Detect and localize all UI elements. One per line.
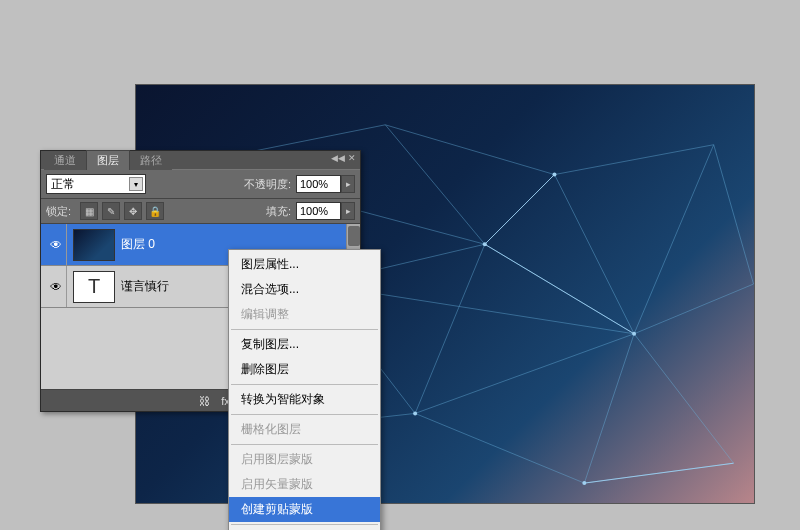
- svg-line-11: [584, 334, 634, 483]
- svg-line-14: [385, 125, 485, 244]
- eye-icon: 👁: [50, 238, 62, 252]
- svg-point-29: [552, 173, 556, 177]
- menu-item[interactable]: 创建剪贴蒙版: [229, 497, 380, 522]
- layer-context-menu: 图层属性...混合选项...编辑调整复制图层...删除图层转换为智能对象栅格化图…: [228, 249, 381, 530]
- chevron-down-icon: ▾: [129, 177, 143, 191]
- opacity-label: 不透明度:: [244, 177, 291, 192]
- menu-separator: [231, 384, 378, 385]
- menu-separator: [231, 414, 378, 415]
- menu-item: 编辑调整: [229, 302, 380, 327]
- tab-channels[interactable]: 通道: [44, 151, 86, 170]
- svg-point-27: [483, 242, 487, 246]
- opacity-flyout-icon[interactable]: ▸: [341, 175, 355, 193]
- link-layers-icon[interactable]: ⛓: [194, 393, 214, 409]
- menu-item: 启用矢量蒙版: [229, 472, 380, 497]
- svg-point-30: [413, 411, 417, 415]
- svg-line-21: [714, 145, 754, 284]
- lock-fill-row: 锁定: ▦ ✎ ✥ 🔒 填充: 100% ▸: [41, 199, 360, 224]
- blend-opacity-row: 正常 ▾ 不透明度: 100% ▸: [41, 169, 360, 199]
- fill-label: 填充:: [266, 204, 291, 219]
- svg-line-1: [385, 125, 554, 175]
- lock-all-icon[interactable]: 🔒: [146, 202, 164, 220]
- menu-separator: [231, 444, 378, 445]
- layer-thumbnail[interactable]: [73, 229, 115, 261]
- svg-line-10: [415, 413, 584, 483]
- tab-layers[interactable]: 图层: [86, 150, 130, 170]
- svg-point-32: [582, 481, 586, 485]
- fill-flyout-icon[interactable]: ▸: [341, 202, 355, 220]
- menu-item: 启用图层蒙版: [229, 447, 380, 472]
- lock-pixels-icon[interactable]: ✎: [102, 202, 120, 220]
- panel-collapse-icon[interactable]: ◀◀ ✕: [331, 153, 356, 163]
- svg-line-26: [584, 463, 733, 483]
- menu-item[interactable]: 图层属性...: [229, 252, 380, 277]
- visibility-toggle[interactable]: 👁: [45, 224, 67, 265]
- menu-item[interactable]: 混合选项...: [229, 277, 380, 302]
- svg-line-9: [415, 334, 634, 414]
- svg-line-2: [554, 145, 713, 175]
- layer-thumbnail[interactable]: T: [73, 271, 115, 303]
- lock-label: 锁定:: [46, 204, 71, 219]
- tab-paths[interactable]: 路径: [130, 151, 172, 170]
- svg-line-25: [485, 175, 555, 245]
- eye-icon: 👁: [50, 280, 62, 294]
- panel-tabs: 通道 图层 路径 ◀◀ ✕: [41, 151, 360, 169]
- lock-transparency-icon[interactable]: ▦: [80, 202, 98, 220]
- svg-line-13: [634, 334, 734, 463]
- fill-input[interactable]: 100%: [296, 202, 341, 220]
- scrollbar-thumb[interactable]: [348, 226, 360, 246]
- visibility-toggle[interactable]: 👁: [45, 266, 67, 307]
- menu-item[interactable]: 复制图层...: [229, 332, 380, 357]
- menu-item: 栅格化图层: [229, 417, 380, 442]
- menu-separator: [231, 524, 378, 525]
- blend-mode-select[interactable]: 正常 ▾: [46, 174, 146, 194]
- svg-point-28: [632, 332, 636, 336]
- menu-item[interactable]: 转换为智能对象: [229, 387, 380, 412]
- menu-separator: [231, 329, 378, 330]
- menu-item[interactable]: 删除图层: [229, 357, 380, 382]
- opacity-input[interactable]: 100%: [296, 175, 341, 193]
- svg-line-23: [415, 244, 485, 413]
- lock-position-icon[interactable]: ✥: [124, 202, 142, 220]
- blend-mode-value: 正常: [51, 176, 75, 193]
